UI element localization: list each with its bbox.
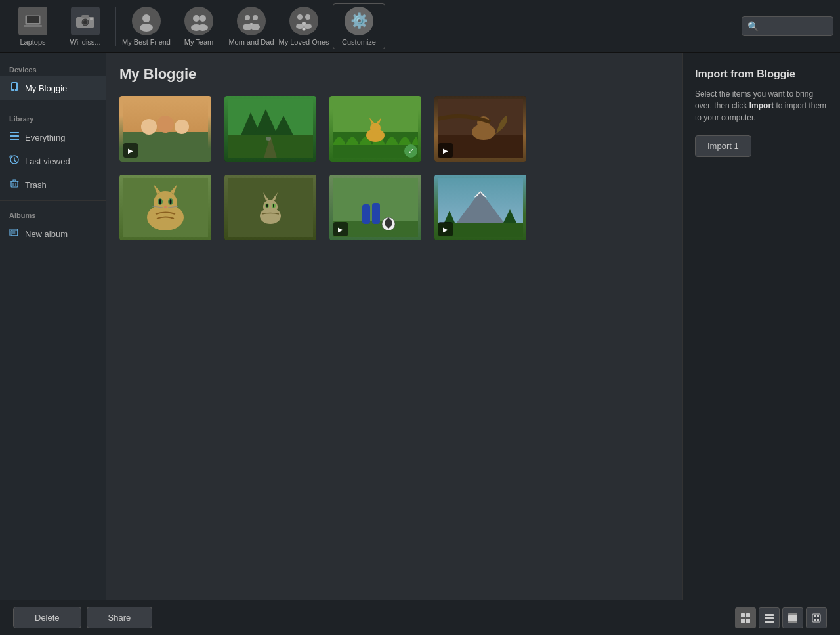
thumb-5-visual	[119, 175, 211, 240]
media-item-3[interactable]: ✓	[329, 96, 421, 162]
toolbar-divider	[116, 7, 116, 46]
toolbar: Laptops Wil diss... My Best Friend	[0, 0, 840, 53]
sidebar-divider-1	[0, 104, 106, 104]
toolbar-contact-mom-dad[interactable]: Mom and Dad	[225, 3, 278, 49]
contact-mom-dad-label: Mom and Dad	[228, 38, 274, 46]
sidebar-albums-label: Albums	[0, 205, 106, 222]
toolbar-customize[interactable]: ⚙️ Customize	[333, 3, 385, 49]
media-item-8[interactable]: ▶	[434, 175, 526, 240]
play-button-1[interactable]: ▶	[123, 143, 138, 158]
check-mark-3: ✓	[404, 144, 417, 158]
svg-rect-102	[814, 619, 816, 621]
sidebar-item-new-album[interactable]: New album	[0, 222, 106, 246]
svg-point-8	[90, 18, 93, 20]
play-button-7[interactable]: ▶	[333, 222, 348, 236]
svg-rect-96	[788, 615, 797, 621]
play-button-4[interactable]: ▶	[438, 143, 453, 158]
device-camera-label: Wil diss...	[70, 38, 100, 46]
svg-point-66	[164, 206, 167, 208]
play-button-8[interactable]: ▶	[438, 222, 453, 236]
import-panel-title: Import from Bloggie	[695, 68, 828, 80]
svg-point-24	[296, 24, 304, 29]
strip-view-button[interactable]	[782, 607, 803, 628]
svg-rect-103	[817, 619, 819, 621]
list-view-button[interactable]	[759, 607, 780, 628]
share-button[interactable]: Share	[87, 607, 153, 628]
svg-rect-33	[11, 181, 18, 187]
svg-rect-30	[10, 135, 19, 137]
device-laptop-icon	[18, 7, 47, 35]
sidebar-last-viewed-label: Last viewed	[25, 156, 70, 166]
sidebar-library-label: Library	[0, 108, 106, 125]
device-laptop-label: Laptops	[20, 38, 45, 46]
sidebar-trash-label: Trash	[25, 180, 47, 190]
page-title: My Bloggie	[119, 66, 669, 83]
svg-point-21	[305, 14, 310, 20]
svg-point-25	[304, 24, 312, 29]
sidebar-item-trash[interactable]: Trash	[0, 173, 106, 196]
svg-rect-7	[81, 15, 89, 18]
sidebar-item-last-viewed[interactable]: Last viewed	[0, 149, 106, 173]
svg-point-50	[370, 123, 381, 133]
search-box[interactable]: 🔍	[742, 16, 833, 36]
svg-point-10	[140, 24, 153, 32]
svg-rect-91	[741, 619, 745, 623]
contact-best-friend-label: My Best Friend	[122, 38, 171, 46]
svg-point-64	[159, 199, 161, 204]
svg-rect-101	[817, 615, 819, 617]
svg-rect-95	[765, 621, 774, 623]
toolbar-device-camera[interactable]: Wil diss...	[59, 3, 112, 49]
svg-point-76	[266, 204, 268, 208]
svg-rect-29	[10, 132, 19, 133]
svg-point-15	[245, 15, 250, 20]
customize-gear-icon: ⚙️	[345, 7, 373, 35]
svg-rect-27	[12, 83, 16, 89]
import-button[interactable]: Import 1	[695, 135, 751, 157]
contact-loved-ones-label: My Loved Ones	[278, 38, 329, 46]
phone-icon	[9, 81, 20, 95]
svg-point-12	[200, 15, 206, 22]
toolbar-contact-best-friend[interactable]: My Best Friend	[120, 3, 173, 49]
sidebar-item-everything[interactable]: Everything	[0, 125, 106, 149]
toolbar-contact-loved-ones[interactable]: My Loved Ones	[278, 3, 330, 49]
slideshow-view-button[interactable]	[806, 607, 827, 628]
toolbar-contact-team[interactable]: My Team	[173, 3, 225, 49]
everything-icon	[9, 131, 20, 144]
sidebar-item-my-bloggie[interactable]: My Bloggie	[0, 76, 106, 100]
svg-rect-100	[814, 615, 816, 617]
svg-point-6	[83, 20, 87, 24]
svg-rect-89	[741, 613, 745, 617]
contact-best-friend-avatar	[132, 7, 161, 35]
media-item-5[interactable]	[119, 175, 211, 240]
svg-point-16	[253, 15, 258, 20]
svg-rect-31	[10, 139, 19, 140]
customize-label: Customize	[342, 38, 376, 46]
contact-team-label: My Team	[184, 38, 213, 46]
svg-point-59	[154, 191, 177, 215]
svg-point-39	[157, 116, 174, 133]
svg-point-77	[273, 204, 274, 208]
svg-rect-90	[746, 613, 750, 617]
import-panel-description: Select the items you want to bring over,…	[695, 88, 828, 123]
grid-view-button[interactable]	[735, 607, 756, 628]
toolbar-device-laptops[interactable]: Laptops	[7, 3, 59, 49]
svg-rect-81	[372, 203, 380, 224]
trash-icon	[9, 178, 20, 191]
media-item-4[interactable]: ▶	[434, 96, 526, 162]
import-description-bold: Import	[749, 101, 774, 110]
svg-rect-98	[788, 621, 797, 623]
svg-rect-80	[362, 204, 370, 224]
media-item-2[interactable]	[224, 96, 316, 162]
clock-icon	[9, 154, 20, 167]
media-item-7[interactable]: ▶	[329, 175, 421, 240]
media-item-1[interactable]: ▶	[119, 96, 211, 162]
sidebar-everything-label: Everything	[25, 133, 65, 142]
svg-point-11	[193, 15, 200, 22]
search-input[interactable]	[761, 22, 833, 31]
svg-point-18	[243, 24, 252, 30]
svg-point-38	[141, 119, 157, 135]
sidebar-new-album-label: New album	[25, 229, 68, 239]
media-item-6[interactable]	[224, 175, 316, 240]
delete-button[interactable]: Delete	[13, 607, 81, 628]
svg-point-71	[263, 200, 278, 214]
